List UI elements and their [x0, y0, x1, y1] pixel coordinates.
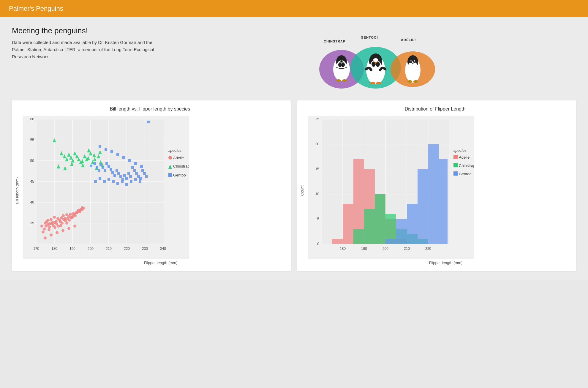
scatter-x-label: Flipper length (mm)	[36, 261, 285, 265]
histogram-chart-container: Distribution of Flipper Length Count	[297, 100, 576, 271]
svg-text:CHINSTRAP!: CHINSTRAP!	[324, 40, 347, 43]
svg-text:190: 190	[361, 247, 367, 251]
svg-text:Chinstrap: Chinstrap	[173, 164, 189, 168]
svg-text:10: 10	[315, 192, 320, 196]
svg-text:220: 220	[124, 247, 130, 251]
histogram-y-label: Count	[300, 116, 304, 265]
histogram-chart-wrapper: Count	[300, 116, 570, 265]
svg-point-68	[53, 216, 56, 219]
svg-rect-191	[116, 153, 119, 156]
svg-text:Adelie: Adelie	[459, 155, 470, 160]
svg-rect-185	[130, 180, 132, 183]
svg-text:Gentoo: Gentoo	[173, 173, 186, 177]
svg-text:230: 230	[142, 247, 148, 251]
svg-text:5: 5	[317, 217, 319, 221]
svg-point-13	[342, 79, 347, 82]
svg-text:0: 0	[317, 242, 319, 246]
svg-rect-248	[453, 155, 458, 159]
svg-rect-148	[90, 165, 92, 167]
svg-point-111	[59, 224, 62, 227]
svg-point-12	[336, 79, 341, 82]
svg-point-20	[376, 82, 381, 84]
svg-rect-160	[116, 169, 118, 172]
svg-rect-236	[375, 194, 385, 244]
svg-point-114	[50, 234, 53, 236]
svg-point-30	[413, 80, 418, 83]
svg-text:60: 60	[30, 117, 34, 121]
penguin-illustration: CHINSTRAP! GENTOO! ADÉLIE!	[315, 26, 440, 92]
svg-rect-152	[99, 163, 102, 166]
svg-rect-235	[364, 209, 375, 244]
svg-text:200: 200	[382, 247, 388, 251]
svg-point-85	[43, 228, 46, 231]
svg-rect-243	[407, 204, 418, 244]
svg-text:210: 210	[404, 247, 410, 251]
svg-text:50: 50	[30, 159, 34, 163]
svg-point-117	[67, 227, 70, 230]
svg-point-87	[46, 223, 49, 226]
svg-rect-194	[134, 162, 137, 165]
svg-point-61	[40, 225, 43, 228]
svg-rect-164	[123, 174, 126, 177]
svg-text:15: 15	[315, 167, 320, 171]
svg-rect-188	[99, 145, 101, 148]
svg-text:45: 45	[30, 179, 34, 184]
histogram-chart-area: 25 20 15 10 5 0 180 190 200 210 220	[308, 116, 570, 265]
svg-point-11	[340, 60, 343, 62]
svg-rect-159	[113, 174, 116, 177]
svg-point-107	[82, 207, 85, 210]
svg-point-66	[50, 218, 53, 221]
svg-point-101	[71, 215, 74, 218]
svg-point-29	[407, 80, 412, 83]
svg-rect-161	[117, 172, 120, 175]
svg-rect-190	[110, 150, 113, 153]
svg-rect-195	[140, 165, 143, 168]
svg-marker-199	[168, 165, 172, 169]
charts-section: Bill length vs. flipper length by specie…	[12, 100, 576, 271]
svg-rect-182	[116, 182, 119, 185]
intro-text: Meeting the penguins! Data were collecte…	[12, 26, 166, 60]
svg-point-19	[370, 82, 375, 84]
svg-text:55: 55	[30, 138, 34, 142]
svg-rect-169	[133, 169, 136, 172]
svg-rect-154	[104, 169, 106, 172]
svg-rect-167	[129, 175, 132, 178]
svg-rect-176	[147, 121, 150, 123]
svg-point-77	[69, 213, 72, 216]
svg-rect-173	[141, 169, 144, 172]
svg-rect-246	[439, 159, 448, 244]
app-title: Palmer's Penguins	[9, 5, 63, 12]
svg-point-64	[47, 219, 50, 222]
svg-rect-250	[453, 163, 458, 167]
svg-rect-193	[128, 159, 131, 162]
svg-rect-252	[453, 171, 458, 176]
svg-rect-151	[98, 169, 100, 172]
svg-text:Gentoo: Gentoo	[459, 172, 472, 176]
svg-rect-168	[131, 166, 134, 169]
intro-heading: Meeting the penguins!	[12, 26, 166, 35]
svg-rect-177	[94, 180, 97, 183]
svg-point-73	[62, 214, 65, 217]
svg-rect-186	[134, 178, 137, 181]
svg-text:240: 240	[160, 247, 166, 251]
scatter-chart-container: Bill length vs. flipper length by specie…	[12, 100, 291, 271]
svg-rect-180	[108, 178, 110, 181]
scatter-chart-wrapper: Bill length (mm)	[15, 116, 285, 265]
svg-text:180: 180	[340, 247, 346, 251]
penguin-image-area: CHINSTRAP! GENTOO! ADÉLIE!	[178, 26, 576, 92]
svg-rect-234	[353, 229, 364, 244]
svg-rect-241	[385, 239, 396, 244]
svg-rect-166	[127, 172, 130, 175]
svg-rect-155	[105, 162, 108, 165]
svg-point-110	[53, 226, 56, 229]
scatter-y-label: Bill length (mm)	[15, 116, 19, 265]
svg-point-197	[168, 156, 172, 160]
svg-rect-227	[332, 239, 343, 244]
svg-rect-165	[125, 177, 128, 180]
svg-text:Chinstrap: Chinstrap	[459, 163, 474, 168]
svg-point-88	[48, 225, 51, 228]
svg-rect-153	[102, 166, 104, 169]
svg-rect-158	[111, 171, 114, 174]
svg-point-116	[61, 229, 64, 232]
svg-rect-181	[112, 180, 115, 183]
